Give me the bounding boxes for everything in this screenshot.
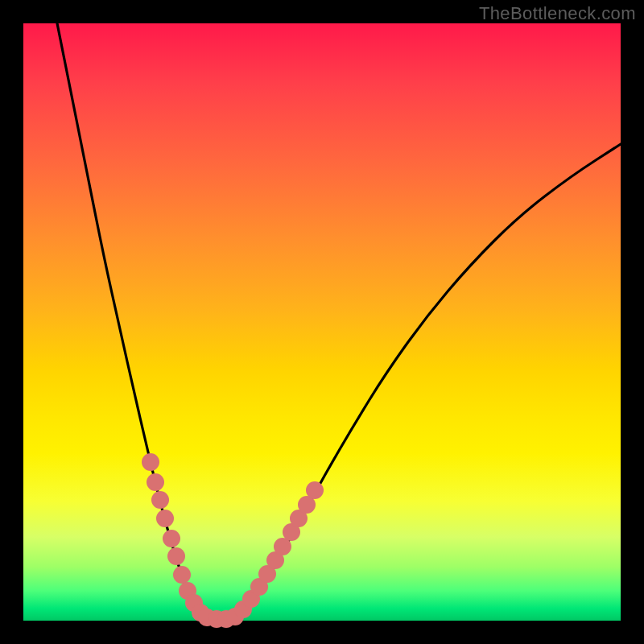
marker-group <box>142 453 324 628</box>
watermark-text: TheBottleneck.com <box>479 3 636 24</box>
plot-area <box>23 23 621 621</box>
data-marker <box>142 453 159 471</box>
data-marker <box>163 530 180 547</box>
data-marker <box>147 473 164 491</box>
data-marker <box>306 481 324 499</box>
bottleneck-curve <box>57 23 621 620</box>
data-marker <box>151 491 169 509</box>
data-marker <box>156 510 174 527</box>
data-marker <box>167 547 185 565</box>
data-marker <box>173 566 191 584</box>
chart-frame: TheBottleneck.com <box>0 0 644 644</box>
chart-svg <box>23 23 621 621</box>
